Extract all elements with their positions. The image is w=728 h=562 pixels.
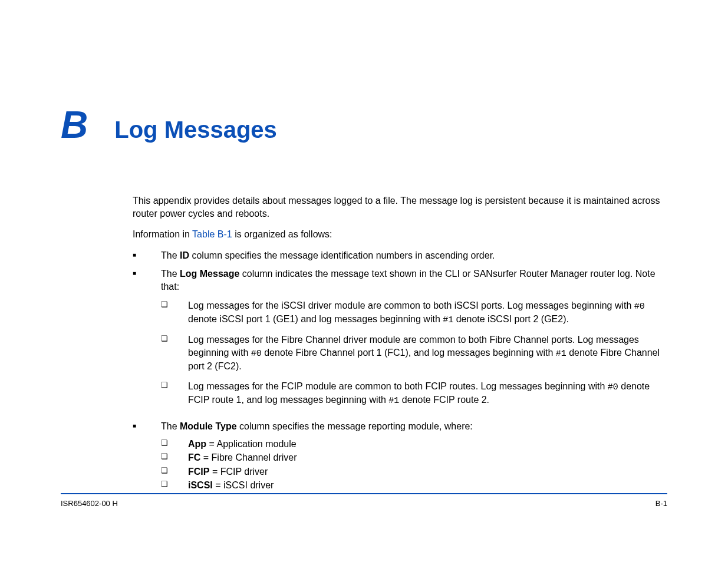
bullet-id: ■ The ID column specifies the message id…	[133, 249, 666, 262]
b3s2b: FC	[188, 452, 200, 462]
heading: B Log Messages	[61, 106, 277, 144]
b1-post: column specifies the message identificat…	[189, 250, 495, 260]
footer-rule	[61, 493, 667, 494]
b1-bold: ID	[180, 250, 189, 260]
b2-bold: Log Message	[180, 269, 239, 279]
b1-pre: The	[161, 250, 180, 260]
b2s1b: denote iSCSI port 1 (GE1) and log messag…	[188, 314, 443, 324]
square-bullet-icon: ■	[133, 420, 161, 493]
b2s2b: denote Fibre Channel port 1 (FC1), and l…	[262, 348, 556, 358]
footer: ISR654602-00 H B-1	[61, 493, 667, 508]
b3s4r: = iSCSI driver	[213, 480, 274, 490]
b3s3r: = FCIP driver	[209, 467, 268, 477]
hollow-square-icon: ❏	[161, 333, 188, 372]
b3-bold: Module Type	[180, 421, 237, 431]
sub-bullet-fc-def: ❏ FC = Fibre Channel driver	[161, 451, 666, 464]
b2s1c2: #1	[443, 315, 453, 325]
hollow-square-icon: ❏	[161, 479, 188, 492]
intro-paragraph: This appendix provides details about mes…	[133, 194, 666, 220]
sub-bullet-fcip: ❏ Log messages for the FCIP module are c…	[161, 380, 666, 408]
b2s1c: denote iSCSI port 2 (GE2).	[453, 314, 569, 324]
sub-bullet-iscsi: ❏ Log messages for the iSCSI driver modu…	[161, 299, 666, 327]
sub-bullet-app: ❏ App = Application module	[161, 438, 666, 451]
b2s3c2: #1	[388, 396, 399, 406]
b2-pre: The	[161, 269, 180, 279]
b3s1r: = Application module	[206, 439, 297, 449]
hollow-square-icon: ❏	[161, 380, 188, 408]
b2s3c: denote FCIP route 2.	[399, 395, 489, 405]
square-bullet-icon: ■	[133, 249, 161, 262]
sub-bullet-iscsi-def: ❏ iSCSI = iSCSI driver	[161, 479, 666, 492]
sub-bullet-fcip-def: ❏ FCIP = FCIP driver	[161, 465, 666, 478]
page: B Log Messages This appendix provides de…	[0, 0, 728, 562]
appendix-letter: B	[61, 106, 88, 144]
b3s3b: FCIP	[188, 467, 209, 477]
info-paragraph: Information in Table B-1 is organized as…	[133, 228, 666, 241]
p2-pre: Information in	[133, 229, 192, 239]
b3-post: column specifies the message reporting m…	[237, 421, 473, 431]
b2s1a: Log messages for the iSCSI driver module…	[188, 300, 634, 310]
square-bullet-icon: ■	[133, 267, 161, 414]
hollow-square-icon: ❏	[161, 451, 188, 464]
footer-row: ISR654602-00 H B-1	[61, 499, 667, 508]
b3s2r: = Fibre Channel driver	[200, 452, 297, 462]
hollow-square-icon: ❏	[161, 465, 188, 478]
b2s3c1: #0	[608, 382, 618, 392]
hollow-square-icon: ❏	[161, 299, 188, 327]
hollow-square-icon: ❏	[161, 438, 188, 451]
bullet-module-type: ■ The Module Type column specifies the m…	[133, 420, 666, 493]
b2s2c1: #0	[251, 349, 262, 359]
b3s4b: iSCSI	[188, 480, 213, 490]
bullet-log-message: ■ The Log Message column indicates the m…	[133, 267, 666, 414]
doc-id: ISR654602-00 H	[61, 499, 118, 508]
b3s1b: App	[188, 439, 206, 449]
page-number: B-1	[655, 499, 667, 508]
b3-pre: The	[161, 421, 180, 431]
content-area: This appendix provides details about mes…	[133, 194, 666, 499]
b2s2c2: #1	[556, 349, 566, 359]
b2s3a: Log messages for the FCIP module are com…	[188, 381, 608, 391]
b2s1c1: #0	[634, 302, 645, 312]
p2-post: is organized as follows:	[232, 229, 332, 239]
table-link[interactable]: Table B-1	[192, 229, 232, 239]
sub-bullet-fc: ❏ Log messages for the Fibre Channel dri…	[161, 333, 666, 372]
appendix-title: Log Messages	[114, 117, 277, 143]
